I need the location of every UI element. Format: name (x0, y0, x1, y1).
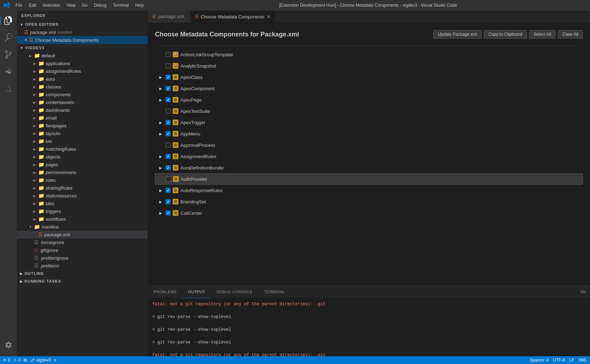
component-row-callcenter[interactable]: ▶ CallCenter (155, 207, 583, 219)
component-row-apextrigger[interactable]: ▶ ApexTrigger (155, 117, 583, 128)
folder-default[interactable]: ▶ 📁 default (17, 52, 148, 59)
menu-help[interactable]: Help (132, 2, 147, 8)
menu-view[interactable]: View (63, 2, 78, 8)
outline-header[interactable]: ▶ OUTLINE (17, 270, 148, 277)
component-row-autoresponserules[interactable]: ▶ AutoResponseRules (155, 185, 583, 196)
checkbox-appmenu[interactable] (166, 131, 171, 136)
expand-arrow-auradefinitionbundle[interactable]: ▶ (158, 165, 164, 171)
checkbox-analyticsnapshot[interactable] (166, 63, 171, 68)
component-row-auradefinitionbundle[interactable]: ▶ AuraDefinitionBundle (155, 162, 583, 173)
open-editors-header[interactable]: ▼ OPEN EDITORS (17, 21, 148, 28)
open-editor-package-xml[interactable]: ☰ package.xml manifest (17, 28, 148, 36)
running-tasks-header[interactable]: ▶ RUNNING TASKS (17, 277, 148, 285)
expand-arrow-apexpage[interactable]: ▶ (158, 97, 164, 103)
activity-explorer[interactable] (0, 12, 17, 29)
folder-email[interactable]: ▶ 📁 email (17, 114, 148, 122)
activity-source-control[interactable] (0, 46, 17, 63)
checkbox-apexpage[interactable] (166, 97, 171, 102)
status-encoding[interactable]: UTF-8 (553, 358, 565, 363)
bottom-tab-debug-console[interactable]: DEBUG CONSOLE (211, 286, 258, 298)
expand-arrow-apexcomponent[interactable]: ▶ (158, 86, 164, 91)
component-row-appmenu[interactable]: ▶ AppMenu (155, 128, 583, 139)
folder-objects[interactable]: ▶ 📁 objects (17, 153, 148, 161)
expand-arrow-autoresponserules[interactable]: ▶ (158, 187, 164, 193)
component-row-approvalprocess[interactable]: ApprovalProcess (155, 139, 583, 151)
folder-workflows[interactable]: ▶ 📁 workflows (17, 215, 148, 223)
folder-components[interactable]: ▶ 📁 components (17, 91, 148, 98)
bottom-tab-problems[interactable]: PROBLEMS (148, 286, 182, 298)
component-row-apexcomponent[interactable]: ▶ ApexComponent (155, 83, 583, 94)
select-all-button[interactable]: Select All (529, 30, 556, 39)
expand-arrow-appmenu[interactable]: ▶ (158, 131, 164, 137)
status-language[interactable]: XML (578, 358, 587, 363)
folder-pages[interactable]: ▶ 📁 pages (17, 161, 148, 168)
menu-debug[interactable]: Debug (91, 2, 109, 8)
checkbox-apexcomponent[interactable] (166, 86, 171, 91)
activity-test[interactable] (0, 80, 17, 97)
menu-terminal[interactable]: Terminal (110, 2, 132, 8)
menu-selection[interactable]: Selection (40, 2, 63, 8)
update-package-button[interactable]: Update Package.xml (433, 30, 482, 39)
menu-edit[interactable]: Edit (26, 2, 39, 8)
clear-all-button[interactable]: Clear All (558, 30, 583, 39)
folder-permissionsets[interactable]: ▶ 📁 permissionsets (17, 168, 148, 176)
expand-arrow-assignmentrules[interactable]: ▶ (158, 154, 164, 159)
checkbox-authprovider[interactable] (166, 177, 171, 181)
status-errors[interactable]: ✕ 0 ⚠ 0 (3, 358, 21, 363)
file-forceignore[interactable]: ☰ .forceignore (17, 238, 148, 246)
folder-lwc[interactable]: ▶ 📁 lwc (17, 137, 148, 145)
tab-choose-metadata[interactable]: ☰ Choose Metadata Components ✕ (190, 11, 275, 23)
file-prettierignore[interactable]: ☰ .prettierignore (17, 254, 148, 262)
tab-close-button[interactable]: ✕ (267, 14, 271, 19)
folder-aura[interactable]: ▶ 📁 aura (17, 75, 148, 83)
checkbox-auradefinitionbundle[interactable] (166, 165, 171, 170)
expand-arrow-apexclass[interactable]: ▶ (158, 74, 164, 80)
status-branch[interactable]: ⎇ vigdev3 (30, 358, 51, 363)
status-layout[interactable]: ⊞ (23, 358, 27, 363)
folder-triggers[interactable]: ▶ 📁 triggers (17, 207, 148, 215)
folder-roles[interactable]: ▶ 📁 roles (17, 176, 148, 184)
component-row-apextestsuite[interactable]: ApexTestSuite (155, 105, 583, 117)
close-editor-icon[interactable]: ✕ (24, 37, 28, 42)
activity-extensions[interactable] (0, 63, 17, 80)
checkbox-autoresponserules[interactable] (166, 188, 171, 193)
bottom-tab-terminal[interactable]: TERMINAL (258, 286, 291, 298)
expand-arrow-apextrigger[interactable]: ▶ (158, 120, 164, 125)
checkbox-approvalprocess[interactable] (166, 143, 171, 148)
activity-settings[interactable] (0, 336, 17, 353)
tab-package-xml[interactable]: ☰ package.xml (148, 11, 190, 23)
open-editor-choose-metadata[interactable]: ✕ ☰ Choose Metadata Components (17, 36, 148, 44)
component-row-authprovider[interactable]: AuthProvider (155, 173, 583, 185)
component-row-analyticsnapshot[interactable]: AnalyticSnapshot (155, 60, 583, 71)
bottom-tab-output[interactable]: OUTPUT (182, 286, 211, 298)
checkbox-actionlinkgrouptemplate[interactable] (166, 52, 171, 57)
expand-arrow-brandingset[interactable]: ▶ (158, 199, 164, 204)
checkbox-apextrigger[interactable] (166, 120, 171, 125)
status-line-ending[interactable]: LF (569, 358, 574, 363)
component-row-assignmentrules[interactable]: ▶ AssignmentRules (155, 151, 583, 162)
status-sync[interactable]: ≡ (54, 358, 56, 363)
component-row-actionlinkgrouptemplate[interactable]: ActionLinkGroupTemplate (155, 49, 583, 60)
component-row-apexclass[interactable]: ▶ ApexClass (155, 71, 583, 83)
file-gitignore[interactable]: ◇ .gitignore (17, 246, 148, 254)
component-row-apexpage[interactable]: ▶ ApexPage (155, 94, 583, 105)
project-header[interactable]: ▼ VIGDEV3 (17, 44, 148, 52)
folder-manifest[interactable]: ▼ 📁 manifest (17, 223, 148, 231)
folder-sharingrules[interactable]: ▶ 📁 sharingRules (17, 184, 148, 192)
activity-search[interactable] (0, 29, 17, 46)
checkbox-brandingset[interactable] (166, 199, 171, 204)
folder-contentassets[interactable]: ▶ 📁 contentassets (17, 98, 148, 106)
file-package-xml[interactable]: ☰ package.xml (17, 231, 148, 238)
status-spaces[interactable]: Spaces: 4 (530, 358, 549, 363)
menu-file[interactable]: File (13, 2, 25, 8)
folder-applications[interactable]: ▶ 📁 applications (17, 59, 148, 67)
checkbox-apexclass[interactable] (166, 75, 171, 80)
expand-arrow-callcenter[interactable]: ▶ (158, 210, 164, 216)
folder-staticresources[interactable]: ▶ 📁 staticresources (17, 192, 148, 200)
checkbox-callcenter[interactable] (166, 210, 171, 215)
checkbox-assignmentrules[interactable] (166, 154, 171, 159)
component-row-brandingset[interactable]: ▶ BrandingSet (155, 196, 583, 207)
menu-go[interactable]: Go (79, 2, 90, 8)
folder-tabs[interactable]: ▶ 📁 tabs (17, 200, 148, 207)
folder-assignmentrules[interactable]: ▶ 📁 assignmentRules (17, 67, 148, 75)
